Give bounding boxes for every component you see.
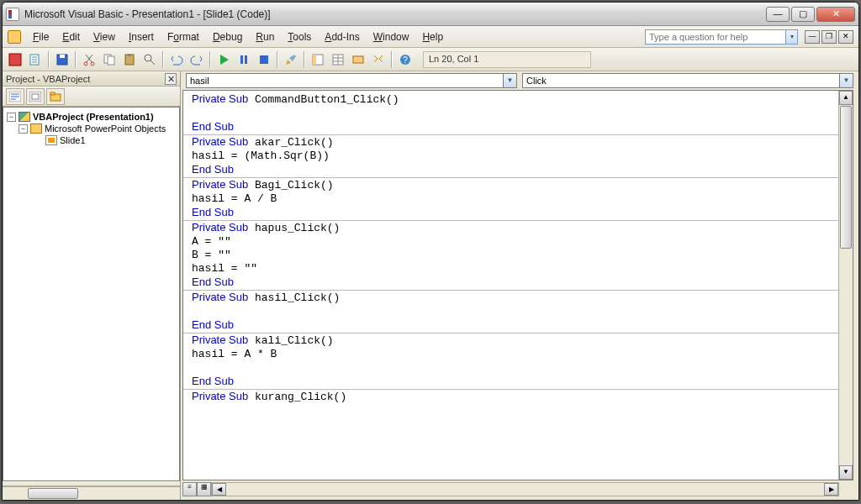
- collapse-icon[interactable]: −: [7, 113, 16, 122]
- full-module-view-button[interactable]: ▦: [197, 482, 211, 496]
- vbe-window: Microsoft Visual Basic - Presentation1 -…: [2, 2, 859, 501]
- code-vscrollbar[interactable]: ▲ ▼: [838, 91, 853, 480]
- menu-view[interactable]: View: [87, 29, 122, 45]
- code-area: hasil ▼ Click ▼ Private Sub CommandButto…: [181, 71, 858, 500]
- procedure-dropdown[interactable]: Click ▼: [522, 73, 853, 88]
- vbaproject-icon: [18, 112, 30, 122]
- help-search-dropdown[interactable]: ▾: [786, 29, 798, 45]
- insert-module-button[interactable]: [26, 50, 45, 69]
- scroll-right-button[interactable]: ▶: [824, 483, 838, 496]
- collapse-icon[interactable]: −: [18, 124, 28, 134]
- menu-file[interactable]: File: [26, 29, 55, 45]
- slide-icon: [45, 135, 57, 145]
- tree-slide-label: Slide1: [60, 135, 86, 145]
- scroll-up-button[interactable]: ▲: [839, 91, 853, 105]
- mdi-restore-button[interactable]: ❐: [821, 30, 837, 44]
- svg-rect-17: [353, 56, 363, 63]
- svg-rect-15: [313, 55, 316, 65]
- menu-debug[interactable]: Debug: [206, 29, 249, 45]
- tree-folder-node[interactable]: − Microsoft PowerPoint Objects: [5, 123, 177, 134]
- close-button[interactable]: ✕: [816, 7, 855, 22]
- help-button[interactable]: ?: [396, 50, 415, 69]
- titlebar[interactable]: Microsoft Visual Basic - Presentation1 -…: [3, 3, 858, 26]
- maximize-button[interactable]: ▢: [791, 7, 815, 22]
- code-hscrollbar[interactable]: ◀ ▶: [211, 482, 839, 496]
- svg-rect-3: [60, 55, 65, 58]
- scrollbar-thumb[interactable]: [28, 488, 78, 499]
- mdi-minimize-button[interactable]: —: [805, 30, 820, 44]
- menu-window[interactable]: Window: [367, 29, 416, 45]
- project-explorer-panel: Project - VBAProject ✕ − VBAProject (Pre…: [3, 71, 181, 500]
- toolbox-button[interactable]: [369, 50, 388, 69]
- cursor-position-label: Ln 20, Col 1: [423, 51, 591, 68]
- svg-rect-22: [32, 94, 39, 99]
- svg-point-10: [145, 55, 151, 61]
- toggle-folders-button[interactable]: [46, 88, 65, 105]
- menubar: File Edit View Insert Format Debug Run T…: [3, 26, 858, 48]
- view-object-button[interactable]: [26, 88, 45, 105]
- object-browser-button[interactable]: [349, 50, 367, 69]
- mdi-close-button[interactable]: ✕: [838, 30, 853, 44]
- menu-help[interactable]: Help: [415, 29, 450, 45]
- undo-button[interactable]: [167, 50, 186, 69]
- tree-slide-node[interactable]: Slide1: [5, 134, 177, 146]
- project-explorer-button[interactable]: [309, 50, 327, 69]
- properties-button[interactable]: [329, 50, 347, 69]
- menu-format[interactable]: Format: [161, 29, 206, 45]
- project-hscrollbar[interactable]: [3, 486, 180, 500]
- mdi-icon[interactable]: [8, 30, 21, 44]
- menu-insert[interactable]: Insert: [122, 29, 161, 45]
- save-button[interactable]: [53, 50, 71, 69]
- window-title: Microsoft Visual Basic - Presentation1 -…: [24, 8, 271, 20]
- view-powerpoint-button[interactable]: [6, 50, 24, 69]
- svg-rect-9: [128, 54, 131, 56]
- svg-rect-7: [108, 56, 114, 65]
- svg-rect-0: [9, 54, 21, 66]
- tree-root-node[interactable]: − VBAProject (Presentation1): [5, 111, 177, 123]
- design-mode-button[interactable]: [282, 50, 300, 69]
- code-editor[interactable]: Private Sub CommandButton1_Click() End S…: [183, 91, 838, 480]
- scroll-left-button[interactable]: ◀: [212, 483, 226, 496]
- menu-run[interactable]: Run: [249, 29, 281, 45]
- project-toolbar: [3, 87, 180, 107]
- cut-button[interactable]: [80, 50, 98, 69]
- folder-icon: [30, 123, 42, 134]
- svg-rect-12: [245, 55, 247, 64]
- find-button[interactable]: [140, 50, 159, 69]
- minimize-button[interactable]: —: [766, 7, 790, 22]
- dropdown-arrow-icon: ▼: [503, 74, 516, 87]
- menu-edit[interactable]: Edit: [55, 29, 87, 45]
- reset-button[interactable]: [255, 50, 273, 69]
- svg-rect-11: [240, 55, 243, 64]
- procedure-dropdown-value: Click: [526, 76, 547, 86]
- svg-rect-24: [50, 92, 55, 95]
- run-button[interactable]: [214, 50, 233, 69]
- toolbar: ? Ln 20, Col 1: [3, 48, 858, 71]
- svg-text:?: ?: [403, 55, 408, 65]
- scroll-corner: [839, 482, 853, 496]
- view-code-button[interactable]: [6, 88, 24, 105]
- copy-button[interactable]: [100, 50, 119, 69]
- project-panel-close-button[interactable]: ✕: [165, 73, 177, 85]
- tree-folder-label: Microsoft PowerPoint Objects: [45, 123, 166, 134]
- break-button[interactable]: [235, 50, 253, 69]
- project-panel-title: Project - VBAProject ✕: [3, 71, 180, 87]
- menu-addins[interactable]: Add-Ins: [318, 29, 366, 45]
- dropdown-arrow-icon: ▼: [839, 74, 853, 87]
- app-icon: [6, 8, 19, 21]
- scroll-down-button[interactable]: ▼: [839, 465, 853, 480]
- project-tree[interactable]: − VBAProject (Presentation1) − Microsoft…: [3, 107, 180, 481]
- redo-button[interactable]: [188, 50, 206, 69]
- project-panel-title-text: Project - VBAProject: [6, 74, 90, 84]
- help-search-input[interactable]: [645, 29, 786, 45]
- scrollbar-thumb[interactable]: [840, 106, 852, 249]
- object-dropdown-value: hasil: [190, 76, 209, 86]
- svg-rect-13: [260, 55, 268, 64]
- paste-button[interactable]: [120, 50, 139, 69]
- menu-tools[interactable]: Tools: [281, 29, 318, 45]
- tree-root-label: VBAProject (Presentation1): [33, 112, 154, 122]
- procedure-view-button[interactable]: ≡: [182, 482, 197, 496]
- object-dropdown[interactable]: hasil ▼: [186, 73, 517, 88]
